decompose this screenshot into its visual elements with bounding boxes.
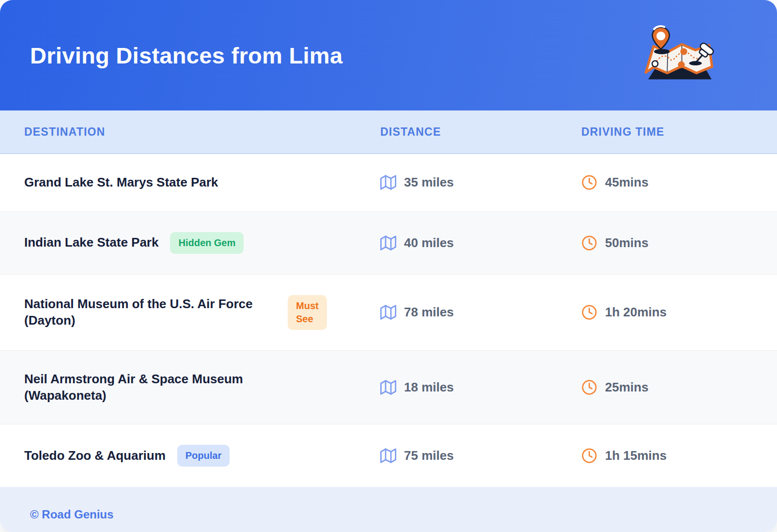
destination-cell: Toledo Zoo & Aquarium Popular: [24, 445, 380, 467]
destination-cell: Grand Lake St. Marys State Park: [24, 174, 380, 191]
column-header-destination: DESTINATION: [24, 125, 380, 139]
driving-distances-card: Driving Distances from Lima: [0, 0, 777, 532]
map-icon: [380, 235, 396, 251]
card-header: Driving Distances from Lima: [0, 0, 777, 110]
driving-time-value: 1h 20mins: [605, 305, 667, 320]
distance-value: 75 miles: [404, 448, 454, 463]
driving-time-cell: 25mins: [581, 379, 777, 395]
clock-icon: [581, 304, 597, 320]
driving-time-value: 50mins: [605, 235, 649, 250]
driving-time-cell: 1h 15mins: [581, 448, 777, 464]
destination-name: Grand Lake St. Marys State Park: [24, 174, 218, 191]
destination-name: Neil Armstrong Air & Space Museum (Wapak…: [24, 371, 276, 404]
page-title: Driving Distances from Lima: [30, 42, 342, 69]
clock-icon: [581, 448, 597, 464]
destination-cell: Neil Armstrong Air & Space Museum (Wapak…: [24, 371, 380, 404]
clock-icon: [581, 174, 597, 190]
destination-cell: National Museum of the U.S. Air Force (D…: [24, 295, 380, 330]
distance-value: 35 miles: [404, 175, 454, 190]
map-icon: [380, 448, 396, 464]
distance-cell: 40 miles: [380, 235, 581, 251]
copyright-text: © Road Genius: [30, 508, 113, 521]
driving-time-cell: 45mins: [581, 174, 777, 190]
driving-time-value: 1h 15mins: [605, 448, 667, 463]
distance-cell: 78 miles: [380, 304, 581, 320]
driving-time-cell: 1h 20mins: [581, 304, 777, 320]
map-icon: [380, 174, 396, 190]
driving-time-cell: 50mins: [581, 235, 777, 251]
destination-name: Indian Lake State Park: [24, 235, 158, 251]
badge: Must See: [288, 295, 327, 330]
column-header-distance: DISTANCE: [380, 125, 581, 139]
driving-time-value: 25mins: [605, 380, 649, 395]
badge: Popular: [177, 445, 230, 467]
table-row: Neil Armstrong Air & Space Museum (Wapak…: [0, 350, 777, 424]
table-row: Indian Lake State Park Hidden Gem 40 mil…: [0, 211, 777, 274]
destination-cell: Indian Lake State Park Hidden Gem: [24, 232, 380, 254]
destination-name: National Museum of the U.S. Air Force (D…: [24, 296, 276, 329]
badge: Hidden Gem: [170, 232, 244, 254]
column-header-driving-time: DRIVING TIME: [581, 125, 777, 139]
distance-cell: 18 miles: [380, 379, 581, 395]
table-row: Toledo Zoo & Aquarium Popular 75 miles 1…: [0, 424, 777, 487]
distance-cell: 35 miles: [380, 174, 581, 190]
table-header-row: DESTINATION DISTANCE DRIVING TIME: [0, 110, 777, 154]
driving-time-value: 45mins: [605, 175, 649, 190]
distance-value: 18 miles: [404, 380, 454, 395]
distance-value: 78 miles: [404, 305, 454, 320]
clock-icon: [581, 379, 597, 395]
map-icon: [380, 304, 396, 320]
card-footer: © Road Genius: [0, 487, 777, 532]
folded-map-illustration: [637, 25, 723, 86]
table-row: Grand Lake St. Marys State Park 35 miles…: [0, 154, 777, 211]
table-body: Grand Lake St. Marys State Park 35 miles…: [0, 154, 777, 487]
destination-name: Toledo Zoo & Aquarium: [24, 448, 166, 464]
table-row: National Museum of the U.S. Air Force (D…: [0, 274, 777, 350]
map-icon: [380, 379, 396, 395]
clock-icon: [581, 235, 597, 251]
distance-value: 40 miles: [404, 235, 454, 250]
distance-cell: 75 miles: [380, 448, 581, 464]
